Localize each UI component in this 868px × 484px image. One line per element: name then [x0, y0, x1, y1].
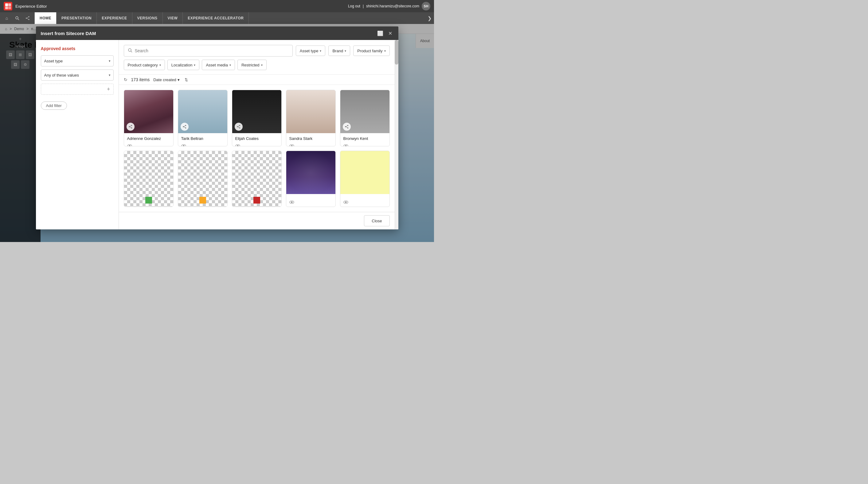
refresh-button[interactable]: ↻: [124, 77, 127, 82]
maximize-button[interactable]: ⬜: [376, 29, 384, 37]
svg-point-35: [291, 145, 292, 146]
modal-footer: Close: [119, 212, 395, 229]
asset-type-select[interactable]: Asset type: [41, 55, 114, 66]
svg-line-40: [346, 127, 347, 128]
svg-line-5: [18, 19, 19, 20]
asset-thumbnail: [124, 151, 173, 207]
nav-tab-home[interactable]: HOME: [35, 12, 57, 24]
color-block: [145, 197, 152, 204]
approved-assets-label: Approved assets: [41, 46, 114, 51]
svg-line-23: [184, 126, 185, 127]
asset-preview-icon[interactable]: [289, 143, 294, 146]
date-sort-control[interactable]: Date created ▾: [153, 78, 179, 82]
asset-thumbnail: [340, 151, 390, 194]
svg-point-29: [237, 126, 238, 127]
asset-media-chip[interactable]: Asset media ▾: [202, 60, 235, 70]
asset-thumbnail: [232, 90, 281, 133]
top-bar-right: Log out | shinichi.haramizu@sitecore.com…: [348, 2, 430, 10]
close-button[interactable]: Close: [364, 215, 390, 226]
restricted-chip[interactable]: Restricted ▾: [238, 60, 267, 70]
add-value-plus-icon: +: [107, 86, 110, 92]
modal-overlay: Insert from Sitecore DAM ⬜ ✕ Approved as…: [0, 24, 434, 242]
search-icon[interactable]: [13, 14, 22, 23]
nav-icons: ⌂: [0, 12, 35, 24]
items-count: 173 items: [131, 77, 150, 82]
nav-tab-versions[interactable]: VERSIONS: [132, 12, 163, 24]
asset-card[interactable]: Sandra Stark: [286, 90, 336, 146]
asset-info: [340, 194, 390, 207]
svg-line-12: [131, 51, 132, 52]
nav-tab-view[interactable]: VIEW: [163, 12, 183, 24]
svg-point-42: [345, 145, 346, 146]
svg-line-17: [130, 127, 131, 128]
product-category-label: Product category: [128, 63, 158, 67]
divider: |: [363, 4, 364, 8]
svg-line-24: [184, 127, 185, 128]
color-block: [253, 197, 260, 204]
asset-card[interactable]: [232, 151, 282, 207]
nav-tab-presentation[interactable]: PRESENTATION: [57, 12, 97, 24]
asset-type-filter-wrapper: Asset type ▾: [41, 55, 114, 66]
top-bar: Experience Editor Log out | shinichi.har…: [0, 0, 434, 12]
asset-card[interactable]: [286, 151, 336, 207]
svg-point-26: [183, 145, 184, 146]
asset-type-chip[interactable]: Asset type ▾: [296, 46, 326, 56]
asset-card[interactable]: Elijah Coates: [232, 90, 282, 146]
asset-preview-icon[interactable]: [343, 143, 348, 146]
asset-preview-icon[interactable]: [181, 143, 186, 146]
nav-bar: ⌂ HOME PRESENTATION EXPERIENCE VERSIONS …: [0, 12, 434, 24]
add-filter-button[interactable]: Add filter: [41, 102, 67, 110]
values-select[interactable]: Any of these values: [41, 69, 114, 81]
svg-rect-0: [5, 3, 8, 6]
asset-name: Bronwyn Kent: [343, 136, 386, 141]
share-icon[interactable]: [23, 14, 32, 23]
close-modal-button[interactable]: ✕: [387, 29, 394, 37]
modal-main: Asset type ▾ Brand ▾ Product family ▾: [119, 40, 395, 229]
nav-tab-experience[interactable]: EXPERIENCE: [97, 12, 132, 24]
asset-thumbnail: [124, 90, 173, 133]
asset-card[interactable]: [178, 151, 227, 207]
asset-preview-icon[interactable]: [343, 200, 348, 205]
product-category-chip[interactable]: Product category ▾: [124, 60, 165, 70]
asset-info: [286, 194, 335, 207]
brand-chip-label: Brand: [332, 49, 343, 53]
asset-name: Tarik Beltran: [181, 136, 224, 141]
nav-chevron[interactable]: ❯: [425, 12, 434, 24]
share-overlay-icon: [181, 123, 189, 131]
logout-link[interactable]: Log out: [348, 4, 360, 8]
svg-point-6: [29, 16, 30, 17]
asset-card[interactable]: Tarik Beltran: [178, 90, 227, 146]
asset-preview-icon[interactable]: [289, 200, 294, 205]
modal-header-actions: ⬜ ✕: [376, 29, 394, 37]
asset-preview-icon[interactable]: [235, 143, 240, 146]
results-bar: ↻ 173 items Date created ▾ ⇅: [119, 75, 395, 85]
search-row: Asset type ▾ Brand ▾ Product family ▾: [124, 45, 390, 57]
asset-card[interactable]: Adrienne Gonzalez: [124, 90, 174, 146]
localization-chip[interactable]: Localization ▾: [167, 60, 199, 70]
product-family-chip-chevron: ▾: [384, 49, 386, 53]
product-family-chip[interactable]: Product family ▾: [353, 46, 390, 56]
sort-order-icon[interactable]: ⇅: [185, 78, 188, 82]
asset-thumbnail: [178, 151, 227, 207]
svg-point-15: [129, 126, 130, 127]
asset-card[interactable]: [124, 151, 174, 207]
add-value-button[interactable]: +: [41, 84, 114, 95]
asset-card[interactable]: [340, 151, 390, 207]
share-overlay-icon: [235, 123, 243, 131]
svg-point-11: [128, 49, 131, 51]
asset-grid: Adrienne Gonzalez: [119, 85, 395, 212]
search-input[interactable]: [135, 48, 289, 53]
user-email: shinichi.haramizu@sitecore.com: [366, 4, 419, 8]
asset-preview-icon[interactable]: [127, 143, 132, 146]
asset-type-chip-chevron: ▾: [320, 49, 321, 53]
nav-tab-accelerator[interactable]: EXPERIENCE ACCELERATOR: [183, 12, 249, 24]
scroll-thumb: [395, 40, 398, 64]
asset-card[interactable]: Bronwyn Kent: [340, 90, 390, 146]
dam-modal: Insert from Sitecore DAM ⬜ ✕ Approved as…: [36, 26, 398, 229]
search-box: [124, 45, 293, 57]
asset-info: [178, 207, 227, 207]
asset-info: Tarik Beltran: [178, 133, 227, 146]
brand-chip[interactable]: Brand ▾: [328, 46, 350, 56]
home-icon[interactable]: ⌂: [2, 14, 11, 23]
scroll-bar[interactable]: [395, 40, 398, 229]
